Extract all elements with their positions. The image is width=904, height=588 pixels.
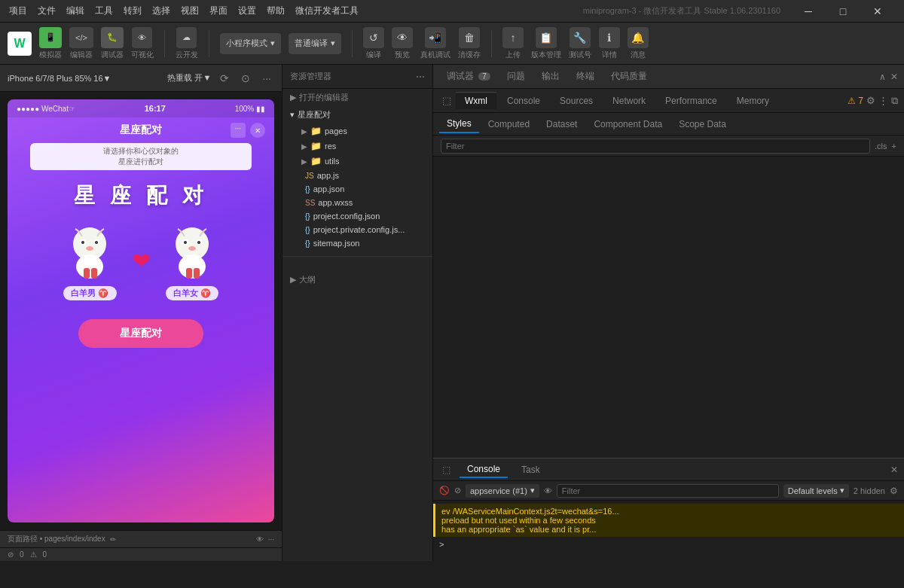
tab-output[interactable]: 输出	[534, 67, 567, 86]
menu-help[interactable]: 帮助	[267, 5, 285, 17]
preview-icon[interactable]: 👁	[392, 27, 413, 48]
nav-close-btn[interactable]: ✕	[250, 123, 265, 138]
console-settings-icon[interactable]: ⚙	[890, 486, 898, 496]
upload-icon[interactable]: ↑	[502, 27, 524, 48]
tab-code-quality[interactable]: 代码质量	[603, 67, 655, 86]
source-filter-dropdown[interactable]: appservice (#1) ▾	[466, 484, 539, 498]
detach-button[interactable]: ⧉	[891, 95, 898, 107]
minimize-button[interactable]: ─	[791, 0, 826, 23]
clear-console-button[interactable]: 🚫	[439, 486, 450, 495]
tab-issues[interactable]: 问题	[499, 67, 533, 86]
settings-icon[interactable]: ⚙	[866, 95, 875, 106]
main-toolbar: W 📱 模拟器 </> 编辑器 🐛 调试器 👁 可视化 ☁ 云开发 小程	[0, 23, 904, 65]
details-icon[interactable]: ℹ	[599, 27, 620, 48]
tab-performance[interactable]: Performance	[656, 93, 726, 109]
sidebar-item-more[interactable]: ▶ 大纲	[282, 271, 432, 288]
sidebar-item-project-private[interactable]: {} project.private.config.js...	[282, 223, 432, 236]
menu-edit[interactable]: 编辑	[66, 5, 84, 17]
sidebar-item-sitemap[interactable]: {} sitemap.json	[282, 236, 432, 250]
test-icon[interactable]: 🔧	[570, 27, 591, 48]
visual-label: 可视化	[131, 50, 154, 60]
log-level-dropdown[interactable]: Default levels ▾	[783, 484, 849, 498]
menu-project[interactable]: 项目	[9, 5, 27, 17]
maximize-button[interactable]: □	[826, 0, 860, 23]
svg-point-6	[86, 246, 93, 251]
refresh-button[interactable]: ⟳	[217, 71, 232, 86]
clear-cache-icon[interactable]: 🗑	[459, 27, 480, 48]
sidebar-item-app-js[interactable]: JS app.js	[282, 169, 432, 182]
close-console-button[interactable]: ✕	[890, 465, 898, 475]
console-input[interactable]	[447, 540, 893, 549]
simulator-button[interactable]: 📱	[39, 27, 62, 48]
add-style-button[interactable]: +	[892, 142, 896, 151]
console-filter-mode-button[interactable]: ⊘	[454, 486, 461, 495]
real-machine-icon[interactable]: 📲	[425, 27, 446, 48]
console-prompt[interactable]: >	[433, 538, 904, 550]
menu-wechat[interactable]: 微信开发者工具	[295, 5, 359, 17]
file-tree-actions: ⋯	[416, 72, 425, 82]
menu-interface[interactable]: 界面	[209, 5, 228, 17]
message-icon[interactable]: 🔔	[628, 27, 649, 48]
sidebar-item-utils[interactable]: ▶ 📁 utils	[282, 154, 432, 169]
version-icon[interactable]: 📋	[536, 27, 557, 48]
editor-button[interactable]: </>	[69, 27, 93, 48]
menu-select[interactable]: 选择	[152, 5, 170, 17]
styles-filter-input[interactable]	[441, 139, 870, 154]
device-selector[interactable]: iPhone 6/7/8 Plus 85% 16▼	[8, 74, 111, 83]
sidebar-item-project-root[interactable]: ▾ 星座配对	[282, 106, 432, 123]
separator-3	[352, 30, 353, 57]
more-wxml-button[interactable]: ⋮	[878, 95, 888, 106]
tab-scope-data[interactable]: Scope Data	[671, 116, 734, 133]
tab-dataset[interactable]: Dataset	[539, 116, 585, 133]
res-label: res	[325, 142, 336, 151]
console-eye-button[interactable]: 👁	[544, 486, 552, 495]
tab-network[interactable]: Network	[603, 93, 655, 109]
inspect-element-button[interactable]: ⬚	[439, 95, 454, 106]
cloud-button[interactable]: ☁	[176, 27, 197, 48]
menu-settings[interactable]: 设置	[238, 5, 256, 17]
match-button[interactable]: 星座配对	[78, 319, 203, 348]
console-filter-input[interactable]	[557, 484, 779, 498]
sidebar-item-project-config[interactable]: {} project.config.json	[282, 209, 432, 223]
cls-button[interactable]: .cls	[875, 142, 887, 151]
path-edit-icon[interactable]: ✏	[110, 535, 116, 544]
compile-refresh-icon[interactable]: ↺	[363, 27, 384, 48]
hot-reload-toggle[interactable]: 热重载 开▼	[167, 72, 211, 84]
console-expand-icon[interactable]: ⬚	[439, 465, 454, 475]
nav-more-btn[interactable]: ···	[231, 123, 246, 138]
mode-dropdown[interactable]: 小程序模式 ▾	[220, 33, 281, 54]
path-eye-icon[interactable]: 👁	[256, 535, 264, 544]
menu-view[interactable]: 视图	[181, 5, 199, 17]
path-more-icon[interactable]: ···	[268, 535, 274, 544]
stop-button[interactable]: ⊙	[238, 71, 253, 86]
tab-console[interactable]: Console	[460, 462, 508, 478]
tab-sources[interactable]: Sources	[551, 93, 602, 109]
compile-dropdown[interactable]: 普通编译 ▾	[289, 33, 341, 54]
tab-computed[interactable]: Computed	[481, 116, 537, 133]
tab-component-data[interactable]: Component Data	[586, 116, 670, 133]
new-file-button[interactable]: ⋯	[416, 72, 425, 82]
menu-file[interactable]: 文件	[38, 5, 56, 17]
sidebar-item-app-json[interactable]: {} app.json	[282, 182, 432, 196]
collapse-debugger-button[interactable]: ∧	[879, 72, 886, 82]
visual-button[interactable]: 👁	[132, 27, 152, 48]
debugger-button[interactable]: 🐛	[101, 27, 124, 48]
tab-styles[interactable]: Styles	[439, 115, 479, 133]
tab-task[interactable]: Task	[514, 462, 548, 477]
sidebar-item-open-editors[interactable]: ▶ 打开的编辑器	[282, 89, 432, 106]
menu-tools[interactable]: 工具	[95, 5, 113, 17]
hidden-count-button[interactable]: 2 hidden	[854, 486, 885, 495]
tab-wxml[interactable]: Wxml	[456, 92, 496, 109]
tab-terminal[interactable]: 终端	[569, 67, 602, 86]
tab-debugger[interactable]: 调试器 7	[439, 67, 498, 86]
characters-row: 白羊男 ♈ ❤	[8, 214, 274, 308]
tab-memory[interactable]: Memory	[728, 93, 778, 109]
close-button[interactable]: ✕	[860, 0, 895, 23]
close-debugger-button[interactable]: ✕	[890, 72, 898, 82]
more-button[interactable]: ···	[259, 71, 274, 86]
sidebar-item-res[interactable]: ▶ 📁 res	[282, 139, 432, 154]
sidebar-item-pages[interactable]: ▶ 📁 pages	[282, 123, 432, 139]
tab-console-wxml[interactable]: Console	[498, 93, 549, 109]
menu-goto[interactable]: 转到	[124, 5, 142, 17]
sidebar-item-app-wxss[interactable]: SS app.wxss	[282, 196, 432, 209]
